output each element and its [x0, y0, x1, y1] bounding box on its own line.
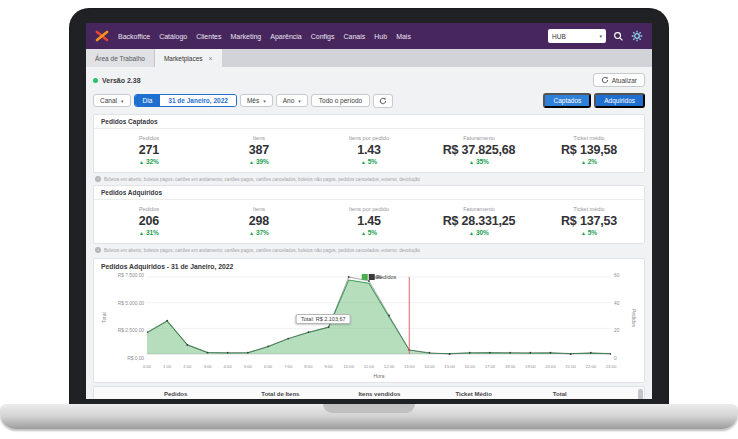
hub-select[interactable]: HUB ▾ — [548, 29, 606, 43]
nav-item-backoffice[interactable]: Backoffice — [118, 33, 150, 40]
stat-itens: Itens 298 ▲ 37% — [204, 206, 314, 236]
reload-button[interactable] — [373, 94, 393, 108]
x-tick-label: 19:00 — [525, 364, 535, 369]
x-tick-label: 18:00 — [505, 364, 515, 369]
hourly-table: Pedidos Total de Itens Itens vendidos Ti… — [93, 386, 645, 399]
x-tick-label: 2:00 — [183, 364, 191, 369]
delta-up-icon: ▲ — [469, 159, 474, 165]
col-pedidos[interactable]: Pedidos — [158, 387, 255, 399]
main-menu: Backoffice Catálogo Clientes Marketing A… — [118, 33, 420, 40]
x-tick-label: 1:00 — [163, 364, 171, 369]
tab-area-de-trabalho[interactable]: Área de Trabalho — [86, 49, 155, 67]
tab-label: Área de Trabalho — [95, 55, 145, 62]
x-tick-label: 7:00 — [284, 364, 292, 369]
area-chart — [147, 274, 611, 362]
y-tick-label: 20 — [614, 329, 619, 334]
x-tick-label: 23:00 — [606, 364, 616, 369]
col-hour[interactable] — [94, 387, 158, 399]
nav-item-marketing[interactable]: Marketing — [231, 33, 262, 40]
laptop-mockup: Backoffice Catálogo Clientes Marketing A… — [0, 0, 738, 439]
month-select-value: Mês — [247, 97, 259, 104]
screen: Backoffice Catálogo Clientes Marketing A… — [86, 23, 652, 399]
section-pedidos-adquiridos: Pedidos Adquiridos Pedidos 206 ▲ 31% Ite… — [93, 185, 645, 244]
nav-item-aparencia[interactable]: Aparência — [270, 33, 302, 40]
gear-icon[interactable] — [631, 30, 643, 42]
stat-label: Pedidos — [94, 206, 204, 212]
stat-delta-value: 31% — [146, 229, 159, 236]
col-total[interactable]: Total — [547, 387, 644, 399]
channel-select[interactable]: Canal ▾ — [93, 94, 131, 107]
legend-swatch — [362, 274, 368, 280]
legend-item[interactable]: Pedidos — [368, 274, 396, 280]
day-button[interactable]: Dia — [135, 95, 161, 106]
stat-delta: ▲ 5% — [534, 229, 644, 236]
legend-swatch — [368, 274, 374, 280]
filter-bar: Canal ▾ Dia 31 de Janeiro, 2022 Mês ▾ An… — [93, 93, 645, 108]
table-scrollbar[interactable] — [638, 388, 643, 399]
dashboard-content: Versão 2.38 Atualizar Canal ▾ — [86, 67, 652, 399]
channel-select-value: Canal — [100, 97, 117, 104]
x-tick-label: 9:00 — [324, 364, 332, 369]
chevron-down-icon: ▾ — [298, 98, 301, 104]
refresh-button[interactable]: Atualizar — [593, 73, 645, 87]
stat-label: Ticket médio — [534, 135, 644, 141]
stat-delta: ▲ 39% — [204, 158, 314, 165]
nav-item-mais[interactable]: Mais — [396, 33, 411, 40]
stat-value: 387 — [204, 143, 314, 157]
stat-label: Itens por pedido — [314, 135, 424, 141]
col-total-itens[interactable]: Total de Itens — [255, 387, 352, 399]
plot-area[interactable]: TotalPedidos Total: R$ 2.103,67 — [147, 274, 611, 362]
stat-delta: ▲ 37% — [204, 229, 314, 236]
x-axis: 0:001:002:003:004:005:006:007:008:009:00… — [147, 364, 611, 372]
adquiridos-button[interactable]: Adquiridos — [594, 93, 645, 108]
captados-button[interactable]: Captados — [543, 93, 591, 108]
col-ticket-medio[interactable]: Ticket Médio — [450, 387, 547, 399]
y-axis-title-left: Total — [101, 274, 109, 362]
y-tick-label: R$ 5.000,00 — [118, 302, 144, 307]
tab-marketplaces[interactable]: Marketplaces × — [155, 49, 222, 67]
nav-item-clientes[interactable]: Clientes — [196, 33, 221, 40]
x-tick-label: 10:00 — [343, 364, 353, 369]
stat-pedidos: Pedidos 206 ▲ 31% — [94, 206, 204, 236]
col-itens-vendidos[interactable]: Itens vendidos — [352, 387, 449, 399]
stat-label: Ticket médio — [534, 206, 644, 212]
date-group: Dia 31 de Janeiro, 2022 — [134, 94, 237, 107]
stat-label: Faturamento — [424, 135, 534, 141]
date-field[interactable]: 31 de Janeiro, 2022 — [160, 95, 236, 106]
stat-faturamento: Faturamento R$ 28.331,25 ▲ 30% — [424, 206, 534, 236]
delta-up-icon: ▲ — [249, 159, 254, 165]
stat-value: 271 — [94, 143, 204, 157]
table-header-row: Pedidos Total de Itens Itens vendidos Ti… — [94, 387, 644, 399]
status-dot — [93, 78, 98, 83]
y-axis-right: 6040200 — [611, 274, 629, 362]
y-tick-label: 60 — [614, 274, 619, 279]
delta-up-icon: ▲ — [139, 159, 144, 165]
nav-item-catalogo[interactable]: Catálogo — [159, 33, 187, 40]
stat-delta-value: 5% — [368, 158, 377, 165]
stat-value: 1.45 — [314, 214, 424, 228]
stat-delta-value: 35% — [476, 158, 489, 165]
filter-right-group: Captados Adquiridos — [543, 93, 645, 108]
nav-item-configs[interactable]: Configs — [311, 33, 335, 40]
delta-up-icon: ▲ — [361, 230, 366, 236]
nav-item-hub[interactable]: Hub — [374, 33, 387, 40]
x-tick-label: 4:00 — [224, 364, 232, 369]
scrollbar-thumb[interactable] — [638, 389, 643, 399]
y-tick-label: R$ 0,00 — [127, 357, 144, 362]
y-axis-title-right: Pedidos — [629, 274, 637, 362]
year-select[interactable]: Ano ▾ — [276, 94, 308, 107]
disclaimer-text: Boletos em aberto, boletos pagos, cartõe… — [104, 248, 420, 253]
stat-delta: ▲ 35% — [424, 158, 534, 165]
stats-row: Pedidos 271 ▲ 32% Itens 387 ▲ 39% Itens … — [94, 129, 644, 172]
search-icon[interactable] — [613, 31, 624, 42]
y-tick-label: R$ 7.500,00 — [118, 274, 144, 279]
close-icon[interactable]: × — [209, 55, 213, 62]
month-select[interactable]: Mês ▾ — [240, 94, 273, 107]
stat-delta-value: 5% — [368, 229, 377, 236]
nav-item-canais[interactable]: Canais — [344, 33, 366, 40]
brand-logo-icon — [95, 29, 109, 43]
legend-label: Pedidos — [376, 274, 396, 280]
x-tick-label: 12:00 — [384, 364, 394, 369]
all-period-button[interactable]: Todo o período — [311, 94, 370, 107]
info-icon: i — [95, 247, 101, 253]
